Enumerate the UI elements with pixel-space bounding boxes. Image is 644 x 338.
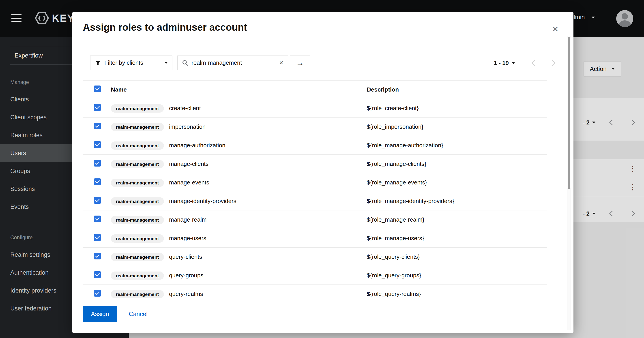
row-checkbox[interactable]: [94, 271, 101, 278]
close-icon[interactable]: ✕: [550, 24, 561, 35]
row-role-name: query-clients: [169, 254, 367, 260]
table-row: realm-management manage-clients ${role_m…: [83, 155, 547, 173]
row-description: ${role_manage-events}: [367, 179, 547, 186]
row-client-badge: realm-management: [111, 160, 164, 168]
table-row: realm-management manage-authorization ${…: [83, 136, 547, 155]
row-client-badge: realm-management: [111, 216, 164, 224]
row-description: ${role_query-groups}: [367, 272, 547, 279]
chevron-right-icon[interactable]: [550, 60, 555, 66]
keycloak-admin-console: Action - 2 ⋮ ⋮ - 2: [0, 0, 644, 338]
row-description: ${role_manage-clients}: [367, 160, 547, 168]
row-client-badge: realm-management: [111, 197, 164, 206]
column-header-description: Description: [367, 86, 547, 93]
filter-label: Filter by clients: [104, 59, 143, 66]
row-role-name: manage-events: [169, 179, 367, 186]
search-icon: [182, 60, 188, 66]
row-checkbox[interactable]: [94, 197, 101, 204]
row-description: ${role_query-realms}: [367, 290, 547, 298]
row-client-badge: realm-management: [111, 234, 164, 243]
row-role-name: manage-users: [169, 235, 367, 242]
filter-by-clients-dropdown[interactable]: Filter by clients: [90, 56, 172, 70]
table-row: realm-management manage-events ${role_ma…: [83, 173, 547, 192]
search-value: realm-management: [192, 59, 242, 66]
modal-scrollbar-track[interactable]: [567, 36, 571, 330]
table-row: realm-management manage-users ${role_man…: [83, 229, 547, 248]
row-client-badge: realm-management: [111, 272, 164, 280]
row-checkbox[interactable]: [94, 141, 101, 148]
row-description: ${role_manage-realm}: [367, 216, 547, 223]
roles-table: Name Description realm-management create…: [83, 80, 547, 303]
row-role-name: manage-identity-providers: [169, 198, 367, 204]
caret-down-icon[interactable]: [512, 62, 515, 64]
modal-toolbar: Filter by clients realm-management ✕ → 1…: [90, 56, 554, 70]
table-row: realm-management manage-realm ${role_man…: [83, 210, 547, 229]
row-client-badge: realm-management: [111, 290, 164, 298]
assign-roles-modal: Assign roles to adminuser account ✕ Filt…: [72, 12, 574, 333]
table-row: realm-management query-realms ${role_que…: [83, 285, 547, 303]
row-client-badge: realm-management: [111, 123, 164, 131]
roles-table-body: realm-management create-client ${role_cr…: [83, 99, 547, 303]
modal-title: Assign roles to adminuser account: [83, 22, 247, 33]
caret-down-icon: [164, 62, 168, 64]
row-role-name: create-client: [169, 105, 367, 112]
row-description: ${role_manage-authorization}: [367, 142, 547, 149]
row-client-badge: realm-management: [111, 104, 164, 112]
assign-button[interactable]: Assign: [83, 306, 117, 322]
table-header: Name Description: [83, 80, 547, 99]
row-role-name: manage-authorization: [169, 142, 367, 149]
cancel-button[interactable]: Cancel: [129, 311, 148, 318]
row-checkbox[interactable]: [94, 234, 101, 241]
row-role-name: manage-clients: [169, 160, 367, 168]
table-row: realm-management impersonation ${role_im…: [83, 118, 547, 136]
row-checkbox[interactable]: [94, 123, 101, 130]
chevron-left-icon[interactable]: [532, 60, 537, 66]
search-input[interactable]: realm-management ✕: [177, 56, 288, 70]
modal-footer: Assign Cancel: [83, 306, 148, 322]
search-submit-button[interactable]: →: [290, 56, 310, 70]
row-description: ${role_query-clients}: [367, 254, 547, 260]
row-checkbox[interactable]: [94, 253, 101, 260]
row-checkbox[interactable]: [94, 178, 101, 185]
row-role-name: manage-realm: [169, 216, 367, 223]
pagination: 1 - 19: [494, 60, 555, 66]
row-role-name: impersonation: [169, 123, 367, 130]
modal-scrollbar-thumb[interactable]: [568, 37, 570, 189]
table-row: realm-management query-groups ${role_que…: [83, 266, 547, 285]
row-client-badge: realm-management: [111, 179, 164, 187]
table-row: realm-management create-client ${role_cr…: [83, 99, 547, 118]
filter-icon: [95, 60, 101, 66]
row-description: ${role_impersonation}: [367, 123, 547, 130]
table-row: realm-management query-clients ${role_qu…: [83, 248, 547, 266]
row-role-name: query-realms: [169, 290, 367, 298]
row-checkbox[interactable]: [94, 104, 101, 111]
row-description: ${role_create-client}: [367, 105, 547, 112]
select-all-checkbox[interactable]: [94, 86, 101, 92]
row-client-badge: realm-management: [111, 253, 164, 261]
table-row: realm-management manage-identity-provide…: [83, 192, 547, 210]
column-header-name: Name: [111, 86, 169, 93]
row-checkbox[interactable]: [94, 160, 101, 166]
row-description: ${role_manage-users}: [367, 235, 547, 242]
clear-search-icon[interactable]: ✕: [279, 60, 284, 66]
pagination-range[interactable]: 1 - 19: [494, 60, 509, 66]
row-checkbox[interactable]: [94, 290, 101, 296]
row-client-badge: realm-management: [111, 142, 164, 150]
arrow-right-icon: →: [296, 58, 304, 68]
row-checkbox[interactable]: [94, 216, 101, 222]
row-description: ${role_manage-identity-providers}: [367, 198, 547, 204]
row-role-name: query-groups: [169, 272, 367, 279]
